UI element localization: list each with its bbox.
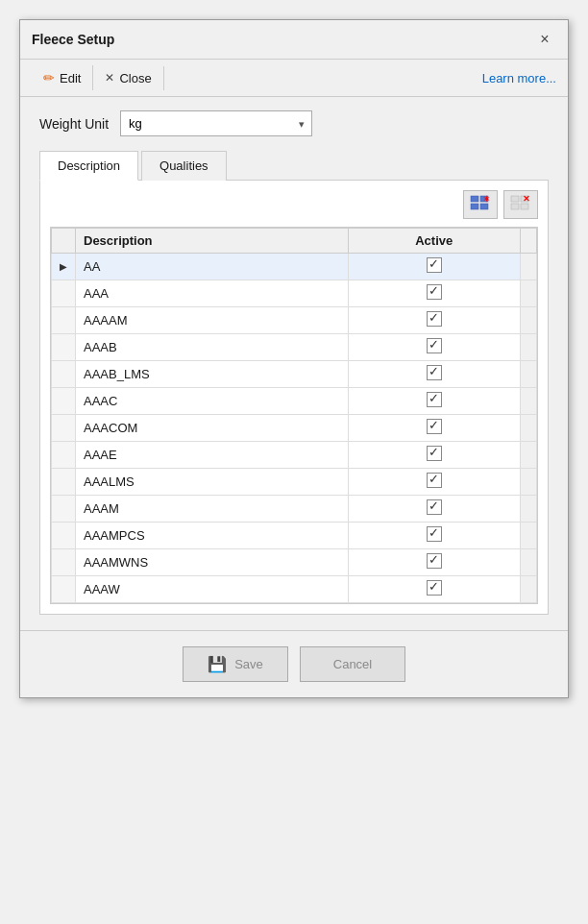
active-cell[interactable] [348,442,520,469]
description-table-wrapper[interactable]: Description Active ▶AAAAAAAAAMAAABAAAB_L… [50,227,538,604]
weight-select-wrapper: kg lb oz ▾ [120,110,312,136]
row-indicator [52,280,76,307]
svg-rect-7 [511,204,519,209]
description-cell: AAAB_LMS [76,361,349,388]
scroll-spacer [521,388,537,415]
description-cell: AAAAM [76,307,349,334]
active-cell[interactable] [348,415,520,442]
table-row[interactable]: AAAB_LMS [52,361,537,388]
active-cell[interactable] [348,576,520,603]
scroll-spacer [521,442,537,469]
row-indicator [52,307,76,334]
save-button[interactable]: 💾 Save [183,646,288,682]
title-bar: Fleece Setup × [20,20,568,60]
table-row[interactable]: AAACOM [52,415,537,442]
edit-button[interactable]: ✏ Edit [32,65,93,90]
description-table: Description Active ▶AAAAAAAAAMAAABAAAB_L… [51,228,537,603]
svg-rect-2 [471,204,478,209]
checkbox-checked-icon [427,580,442,596]
active-column-header: Active [348,229,520,254]
deselect-all-button[interactable]: ✕ [503,190,538,219]
active-cell[interactable] [348,388,520,415]
active-cell[interactable] [348,334,520,361]
table-row[interactable]: AAAC [52,388,537,415]
description-cell: AAACOM [76,415,349,442]
footer: 💾 Save Cancel [20,630,568,697]
description-column-header: Description [76,229,349,254]
scroll-spacer [521,361,537,388]
svg-rect-0 [471,196,478,202]
tab-description[interactable]: Description [39,151,138,181]
tab-bar: Description Qualities [39,150,549,180]
checkbox-checked-icon [427,499,442,515]
active-cell[interactable] [348,549,520,576]
description-cell: AAA [76,280,349,307]
cancel-button[interactable]: Cancel [300,646,405,682]
row-indicator: ▶ [52,254,76,280]
table-row[interactable]: AAAE [52,442,537,469]
table-row[interactable]: AAAMPCS [52,523,537,549]
active-cell[interactable] [348,254,520,280]
grid-x-icon: ✕ [510,195,531,214]
scroll-spacer [521,576,537,603]
save-icon: 💾 [208,655,227,673]
toolbar: ✏ Edit ✕ Close Learn more... [20,60,568,97]
table-toolbar: ✶ ✕ [50,190,538,219]
active-cell[interactable] [348,496,520,523]
cancel-label: Cancel [333,657,372,671]
description-cell: AAAE [76,442,349,469]
table-row[interactable]: ▶AA [52,254,537,280]
scroll-spacer [521,415,537,442]
window-title: Fleece Setup [32,32,114,47]
description-cell: AAAW [76,576,349,603]
scroll-col-header [521,229,537,254]
scroll-spacer [521,254,537,280]
window-close-button[interactable]: × [533,28,556,51]
description-cell: AAAM [76,496,349,523]
active-cell[interactable] [348,361,520,388]
checkbox-checked-icon [427,392,442,407]
scroll-spacer [521,334,537,361]
close-label: Close [119,71,151,85]
svg-rect-8 [521,204,528,209]
scroll-spacer [521,280,537,307]
scroll-spacer [521,496,537,523]
active-cell[interactable] [348,469,520,496]
table-row[interactable]: AAALMS [52,469,537,496]
checkbox-checked-icon [427,338,442,353]
table-row[interactable]: AAAM [52,496,537,523]
scroll-spacer [521,307,537,334]
weight-unit-select[interactable]: kg lb oz [120,110,312,136]
weight-unit-label: Weight Unit [39,116,109,132]
tab-qualities[interactable]: Qualities [141,151,227,181]
table-row[interactable]: AAA [52,280,537,307]
checkbox-checked-icon [427,446,442,461]
active-cell[interactable] [348,523,520,549]
description-cell: AAAMPCS [76,523,349,549]
checkbox-checked-icon [427,526,442,542]
table-row[interactable]: AAAW [52,576,537,603]
table-row[interactable]: AAAB [52,334,537,361]
row-indicator-header [52,229,76,254]
table-row[interactable]: AAAMWNS [52,549,537,576]
row-indicator [52,496,76,523]
learn-more-link[interactable]: Learn more... [482,71,556,85]
table-row[interactable]: AAAAM [52,307,537,334]
tab-content-area: ✶ ✕ [20,180,568,630]
svg-rect-5 [511,196,519,202]
row-indicator [52,523,76,549]
checkbox-checked-icon [427,553,442,569]
checkbox-checked-icon [427,473,442,488]
active-cell[interactable] [348,280,520,307]
description-cell: AAAC [76,388,349,415]
edit-icon: ✏ [43,70,55,85]
description-cell: AAAMWNS [76,549,349,576]
row-indicator [52,361,76,388]
fleece-setup-window: Fleece Setup × ✏ Edit ✕ Close Learn more… [19,19,569,698]
description-cell: AA [76,254,349,280]
close-button[interactable]: ✕ Close [93,66,163,90]
checkbox-checked-icon [427,257,442,273]
active-cell[interactable] [348,307,520,334]
tabs-section: Description Qualities [20,150,568,180]
select-all-button[interactable]: ✶ [463,190,498,219]
